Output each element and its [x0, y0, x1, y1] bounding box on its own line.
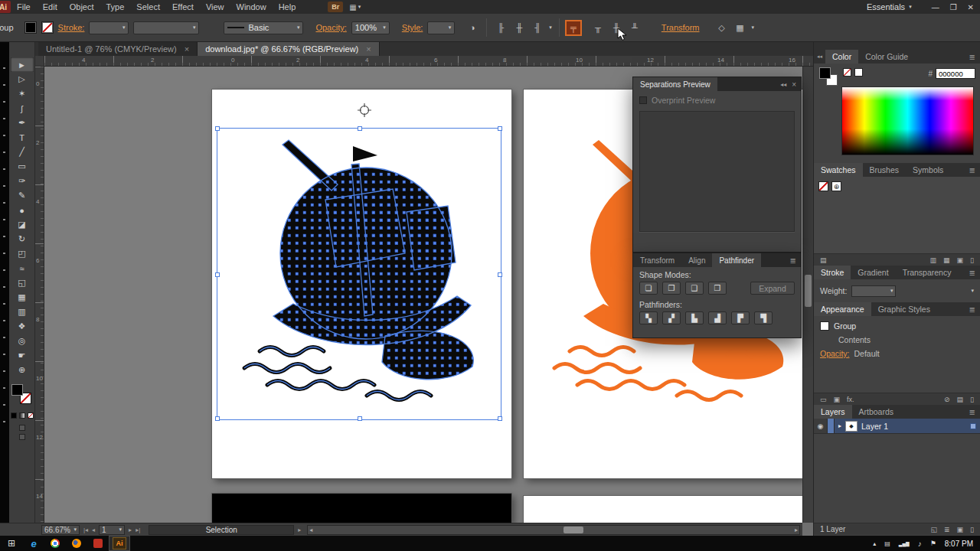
expand-button[interactable]: Expand — [750, 282, 795, 295]
style-select[interactable]: ▾ — [427, 21, 455, 34]
gradient-mode-button[interactable] — [19, 412, 25, 419]
tab-brushes[interactable]: Brushes — [863, 163, 906, 177]
stroke-options-caret[interactable]: ▾ — [971, 288, 974, 294]
transform-link[interactable]: Transform — [662, 23, 700, 32]
delete-swatch-icon[interactable]: ▯ — [970, 256, 974, 264]
create-new-layer-icon[interactable]: ▣ — [957, 526, 964, 533]
distribute-bottom-icon[interactable]: ╨ — [628, 21, 642, 34]
panel-menu-icon[interactable]: ≣ — [965, 53, 980, 61]
minus-back-button[interactable]: ▜ — [754, 311, 773, 324]
selection-handle[interactable] — [498, 416, 502, 421]
outline-button[interactable]: ▛ — [731, 311, 750, 324]
add-new-stroke-icon[interactable]: ▭ — [820, 396, 827, 403]
opacity-select[interactable]: 100% ▾ — [351, 21, 390, 34]
tab-stroke[interactable]: Stroke — [814, 266, 851, 279]
zoom-tool[interactable]: ⊕ — [11, 363, 34, 377]
horizontal-ruler[interactable]: 4 2 0 2 4 6 8 10 12 14 16 — [44, 56, 813, 67]
align-options-caret[interactable]: ▾ — [549, 24, 552, 31]
start-button[interactable]: ⊞ — [0, 538, 23, 549]
clear-appearance-icon[interactable]: ⊘ — [944, 396, 950, 403]
add-new-effect-icon[interactable]: fx. — [847, 396, 854, 403]
draw-mode-button[interactable] — [19, 425, 25, 431]
pencil-tool[interactable]: ✎ — [11, 188, 34, 203]
color-mode-button[interactable] — [11, 412, 17, 419]
collapse-panel-icon[interactable]: ◂◂ — [780, 81, 786, 88]
stroke-link[interactable]: Stroke: — [58, 23, 85, 32]
hidden-icons-chevron[interactable]: ▴ — [873, 540, 876, 547]
registration-swatch[interactable]: ⊕ — [831, 181, 841, 191]
selection-handle[interactable] — [358, 416, 362, 421]
type-tool[interactable]: T — [11, 130, 34, 145]
none-swatch[interactable] — [818, 181, 828, 191]
vertical-scrollbar-thumb[interactable] — [805, 275, 812, 307]
layer-row[interactable]: ◉ ▸ ◆ Layer 1 — [814, 419, 980, 434]
artboard-1[interactable] — [212, 90, 511, 478]
none-color-swatch[interactable] — [843, 68, 851, 77]
fill-stroke-indicator[interactable] — [11, 383, 34, 408]
first-artboard-button[interactable]: |◂ — [83, 527, 88, 533]
tab-artboards[interactable]: Artboards — [852, 405, 901, 419]
align-center-icon[interactable]: ╫ — [512, 21, 526, 34]
network-icon[interactable]: ▃▅▇ — [899, 541, 910, 546]
selection-handle[interactable] — [215, 126, 220, 131]
lasso-tool[interactable]: ʃ — [11, 101, 34, 116]
screen-mode-button[interactable] — [19, 434, 25, 440]
layer-name[interactable]: Layer 1 — [861, 422, 888, 431]
select-similar-options-caret[interactable]: ▾ — [752, 24, 755, 31]
launch-bridge-icon[interactable]: Br — [328, 2, 343, 12]
panel-menu-icon[interactable]: ≣ — [790, 256, 796, 265]
eraser-tool[interactable]: ◪ — [11, 217, 34, 232]
tab-transparency[interactable]: Transparency — [896, 266, 959, 279]
taskbar-ie-icon[interactable]: e — [23, 536, 44, 551]
rotate-tool[interactable]: ↻ — [11, 232, 34, 246]
layer-thumbnail[interactable]: ◆ — [845, 421, 858, 432]
panel-menu-icon[interactable]: ≣ — [965, 269, 980, 277]
workspace-switcher[interactable]: Essentials ▾ — [867, 2, 912, 11]
app-logo[interactable]: Ai — [0, 1, 11, 13]
tray-app-icon[interactable]: ▤ — [884, 540, 890, 547]
make-clipping-mask-icon[interactable]: ◱ — [930, 526, 937, 533]
action-center-icon[interactable]: ⚑ — [930, 540, 936, 547]
horizontal-scrollbar-thumb[interactable] — [564, 527, 583, 533]
stroke-weight-field[interactable]: ▾ — [851, 285, 896, 297]
visibility-eye-icon[interactable]: ◉ — [814, 419, 828, 433]
opacity-link[interactable]: Opacity: — [315, 23, 346, 32]
tab-symbols[interactable]: Symbols — [906, 163, 950, 177]
add-new-fill-icon[interactable]: ▣ — [834, 396, 841, 403]
appearance-row-group[interactable]: Group — [814, 319, 980, 333]
menu-help[interactable]: Help — [273, 0, 302, 14]
appearance-row-opacity[interactable]: Opacity: Default — [814, 347, 980, 360]
delete-item-icon[interactable]: ▯ — [970, 396, 974, 403]
close-icon[interactable]: × — [366, 44, 371, 54]
tab-graphic-styles[interactable]: Graphic Styles — [871, 302, 937, 316]
tab-layers[interactable]: Layers — [814, 405, 852, 419]
merge-button[interactable]: ▙ — [685, 311, 704, 324]
tab-appearance[interactable]: Appearance — [814, 302, 871, 316]
tab-color[interactable]: Color — [825, 50, 858, 64]
align-vertical-top-icon[interactable]: ╤ — [567, 21, 580, 34]
selection-handle[interactable] — [215, 416, 220, 421]
taskbar-firefox-icon[interactable] — [66, 536, 87, 551]
status-options-button[interactable]: ▸ — [298, 527, 301, 533]
exclude-button[interactable]: ❒ — [708, 282, 727, 295]
close-icon[interactable]: × — [185, 44, 189, 54]
selection-indicator[interactable] — [970, 423, 976, 429]
expand-layer-icon[interactable]: ▸ — [838, 422, 841, 429]
previous-artboard-button[interactable]: ◂ — [92, 527, 95, 533]
paintbrush-tool[interactable]: ✑ — [11, 174, 34, 188]
crop-button[interactable]: ▟ — [708, 311, 727, 324]
menu-file[interactable]: File — [11, 0, 37, 14]
menu-object[interactable]: Object — [64, 0, 100, 14]
brush-definition-select[interactable]: Basic ▾ — [224, 21, 303, 34]
arrange-documents-button[interactable]: ▦ ▾ — [349, 3, 361, 11]
trim-button[interactable]: ▞ — [662, 311, 681, 324]
panel-menu-icon[interactable]: ≣ — [965, 166, 980, 174]
new-color-group-icon[interactable]: ▦ — [943, 256, 950, 264]
document-tab-download[interactable]: download.jpg* @ 66.67% (RGB/Preview) × — [198, 42, 380, 56]
pen-tool[interactable]: ✒ — [11, 116, 34, 130]
fill-proxy-swatch[interactable] — [11, 384, 23, 396]
width-tool[interactable]: ≈ — [11, 261, 34, 276]
clock[interactable]: 8:07 PM — [945, 540, 973, 548]
swatches-panel[interactable]: ⊕ — [814, 177, 980, 253]
selection-handle[interactable] — [498, 272, 502, 277]
